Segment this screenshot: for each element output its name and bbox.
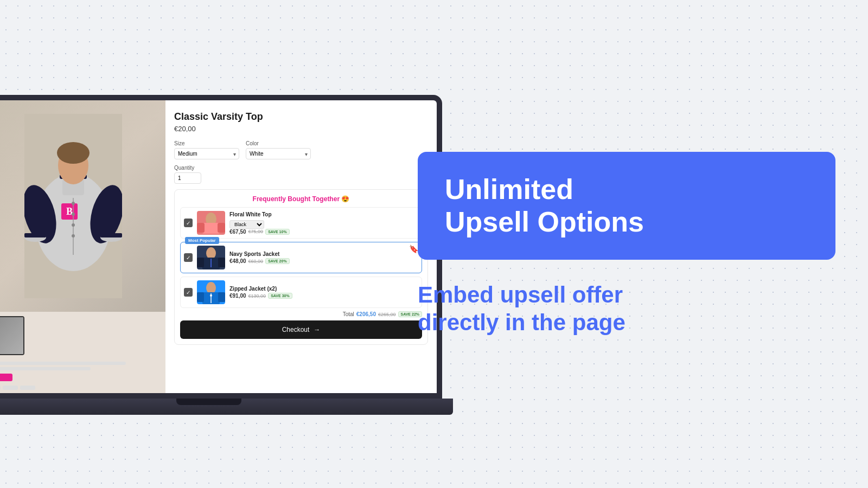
- embed-title: Embed upsell offer directly in the page: [418, 281, 835, 336]
- svg-point-9: [72, 213, 75, 216]
- fbt-item-3: ✓: [180, 277, 422, 308]
- product-details: Classic Varsity Top €20,00 Size Medium S…: [165, 100, 437, 393]
- variant-form-row: Size Medium Small Large Color: [174, 140, 428, 159]
- svg-point-31: [206, 282, 216, 294]
- fbt-check-1[interactable]: ✓: [184, 219, 193, 227]
- fbt-new-price-3: €91,00: [229, 293, 246, 299]
- card-title-line2: Upsell Options: [445, 206, 644, 237]
- product-main-image: B: [0, 100, 165, 312]
- svg-point-10: [72, 223, 75, 227]
- size-form-group: Size Medium Small Large: [174, 140, 239, 159]
- svg-rect-27: [197, 258, 204, 267]
- fbt-old-price-1: €75,00: [248, 229, 264, 234]
- svg-rect-17: [24, 233, 46, 237]
- embed-title-line2: directly in the page: [418, 310, 626, 335]
- color-label: Color: [246, 140, 311, 146]
- fbt-img-3-svg: [197, 280, 225, 304]
- quantity-form-group: Quantity: [174, 165, 428, 184]
- color-select-wrapper[interactable]: White Black Gray: [246, 148, 311, 159]
- quantity-input[interactable]: [174, 172, 201, 184]
- svg-rect-33: [197, 292, 204, 302]
- laptop-notch: [176, 399, 241, 405]
- product-title: Classic Varsity Top: [174, 111, 428, 123]
- svg-rect-34: [218, 292, 225, 302]
- laptop-base: [0, 399, 453, 415]
- color-select[interactable]: White Black Gray: [246, 148, 311, 159]
- thumb-buy-button[interactable]: [0, 374, 12, 381]
- fbt-save-badge-3: SAVE 30%: [268, 293, 292, 299]
- svg-rect-22: [197, 223, 205, 233]
- fbt-new-price-2: €48,00: [229, 258, 246, 264]
- fbt-prices-3: €91,00 €130,00 SAVE 30%: [229, 293, 418, 299]
- fbt-prices-2: €48,00 €60,00 SAVE 20%: [229, 258, 418, 264]
- color-form-group: Color White Black Gray: [246, 140, 311, 159]
- svg-rect-21: [202, 223, 220, 234]
- fbt-save-badge-1: SAVE 10%: [265, 229, 290, 235]
- svg-rect-23: [218, 223, 225, 233]
- embed-title-line1: Embed upsell offer: [418, 282, 623, 307]
- size-select[interactable]: Medium Small Large: [174, 148, 239, 159]
- fbt-total-row: Total €206,50 €265,00 SAVE 22%: [180, 311, 422, 317]
- card-title-line1: Unlimited: [445, 174, 573, 205]
- checkout-button[interactable]: Checkout →: [180, 320, 422, 339]
- fbt-prices-1: €67,50 €75,00 SAVE 10%: [229, 229, 418, 235]
- checkout-arrow: →: [314, 326, 320, 333]
- fbt-title: Frequently Bought Together 😍: [180, 195, 422, 203]
- fbt-img-1: [197, 211, 225, 235]
- fbt-old-price-2: €60,00: [248, 259, 264, 264]
- left-panel: B: [0, 0, 385, 488]
- quantity-label: Quantity: [174, 165, 428, 171]
- svg-point-25: [206, 247, 216, 259]
- fbt-info-3: Zipped Jacket (x2) €91,00 €130,00 SAVE 3…: [229, 286, 418, 299]
- svg-point-8: [72, 202, 75, 205]
- fbt-info-1: Floral White Top Black White €67,50 €75,…: [229, 211, 418, 235]
- fbt-img-2-svg: [197, 246, 225, 269]
- svg-rect-28: [218, 258, 225, 267]
- fbt-img-3: [197, 280, 225, 304]
- product-image-section: B: [0, 100, 165, 393]
- fbt-old-price-3: €130,00: [248, 293, 266, 299]
- svg-text:B: B: [66, 206, 73, 217]
- blue-card-title: Unlimited Upsell Options: [445, 174, 808, 239]
- fbt-total-new: €206,50: [356, 311, 376, 317]
- jacket-svg: B: [24, 114, 122, 298]
- fbt-total-old: €265,00: [378, 312, 396, 317]
- fbt-info-2: Navy Sports Jacket €48,00 €60,00 SAVE 20…: [229, 251, 418, 264]
- svg-point-11: [72, 234, 75, 237]
- laptop-screen: B: [0, 95, 442, 399]
- svg-point-36: [210, 294, 212, 297]
- fbt-new-price-1: €67,50: [229, 229, 246, 235]
- fbt-name-2: Navy Sports Jacket: [229, 251, 418, 257]
- svg-point-14: [57, 142, 90, 164]
- size-select-wrapper[interactable]: Medium Small Large: [174, 148, 239, 159]
- product-price: €20,00: [174, 125, 428, 133]
- fbt-name-3: Zipped Jacket (x2): [229, 286, 418, 292]
- checkout-label: Checkout: [282, 326, 310, 333]
- most-popular-badge: Most Popular: [185, 237, 219, 244]
- screen-inner: B: [0, 100, 437, 393]
- fbt-total-label: Total: [343, 311, 354, 317]
- fbt-save-badge-2: SAVE 20%: [265, 258, 290, 264]
- fbt-name-1: Floral White Top: [229, 211, 418, 217]
- fbt-item-1: ✓ Floral W: [180, 207, 422, 239]
- blue-card: Unlimited Upsell Options: [418, 152, 835, 260]
- size-label: Size: [174, 140, 239, 146]
- right-panel: Unlimited Upsell Options Embed upsell of…: [385, 0, 868, 488]
- fbt-section: Frequently Bought Together 😍 ✓: [174, 189, 428, 345]
- fbt-img-1-svg: [197, 211, 225, 235]
- fbt-color-select-1[interactable]: Black White: [229, 220, 264, 229]
- fbt-item-2: Most Popular 🔖 ✓: [180, 242, 422, 273]
- laptop-wrapper: B: [0, 95, 442, 415]
- fbt-check-3[interactable]: ✓: [184, 288, 193, 297]
- thumbnail-strip: [0, 312, 165, 359]
- thumbnail-1[interactable]: [0, 316, 24, 355]
- thumb-social: [0, 386, 161, 390]
- bookmark-icon: 🔖: [409, 245, 418, 253]
- fbt-check-2[interactable]: ✓: [184, 253, 193, 262]
- svg-rect-18: [100, 233, 122, 237]
- fbt-img-2: [197, 246, 225, 269]
- thumb-details: [0, 359, 165, 392]
